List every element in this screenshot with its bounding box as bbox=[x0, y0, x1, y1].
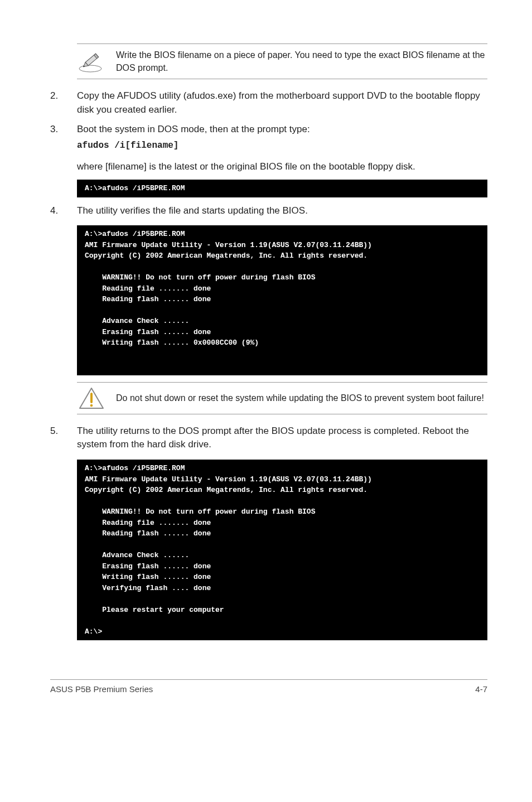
pencil-icon bbox=[77, 50, 106, 73]
note-text: Do not shut down or reset the system whi… bbox=[116, 392, 487, 404]
step-text: Copy the AFUDOS utility (afudos.exe) fro… bbox=[77, 90, 480, 115]
step-3: 3. Boot the system in DOS mode, then at … bbox=[50, 123, 487, 153]
command-text: afudos /i[filename] bbox=[77, 139, 487, 152]
steps-list-a: 2. Copy the AFUDOS utility (afudos.exe) … bbox=[50, 89, 487, 152]
note-text: Write the BIOS filename on a piece of pa… bbox=[116, 49, 487, 74]
svg-point-0 bbox=[79, 65, 101, 72]
footer-right: 4-7 bbox=[475, 683, 487, 695]
note-pencil: Write the BIOS filename on a piece of pa… bbox=[77, 44, 487, 79]
steps-list-c: 5. The utility returns to the DOS prompt… bbox=[50, 424, 487, 452]
step-number: 2. bbox=[50, 89, 77, 117]
step-text: The utility returns to the DOS prompt af… bbox=[77, 426, 469, 450]
sub-paragraph: where [filename] is the latest or the or… bbox=[77, 160, 487, 174]
note-warning: Do not shut down or reset the system whi… bbox=[77, 382, 487, 414]
step-number: 4. bbox=[50, 204, 77, 218]
terminal-output-3: A:\>afudos /iP5BPRE.ROM AMI Firmware Upd… bbox=[77, 460, 487, 640]
terminal-output-2: A:\>afudos /iP5BPRE.ROM AMI Firmware Upd… bbox=[77, 225, 487, 375]
terminal-output-1: A:\>afudos /iP5BPRE.ROM bbox=[77, 180, 487, 197]
step-text: The utility verifies the file and starts… bbox=[77, 205, 308, 216]
footer-left: ASUS P5B Premium Series bbox=[50, 683, 153, 695]
steps-list-b: 4. The utility verifies the file and sta… bbox=[50, 204, 487, 218]
page-footer: ASUS P5B Premium Series 4-7 bbox=[50, 679, 487, 695]
step-text: Boot the system in DOS mode, then at the… bbox=[77, 124, 310, 134]
step-4: 4. The utility verifies the file and sta… bbox=[50, 204, 487, 218]
step-2: 2. Copy the AFUDOS utility (afudos.exe) … bbox=[50, 89, 487, 117]
step-number: 3. bbox=[50, 123, 77, 153]
svg-point-7 bbox=[90, 404, 93, 407]
step-5: 5. The utility returns to the DOS prompt… bbox=[50, 424, 487, 452]
warning-icon bbox=[77, 387, 106, 409]
step-number: 5. bbox=[50, 424, 77, 452]
